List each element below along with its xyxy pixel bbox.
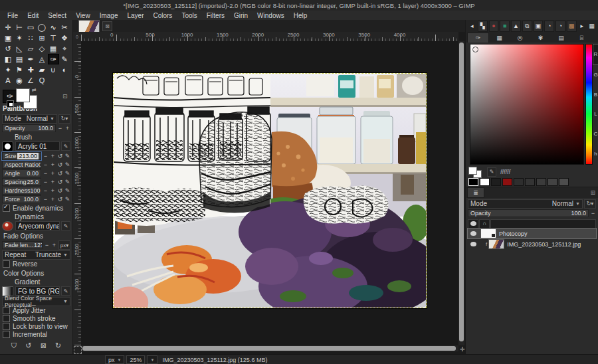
menu-file[interactable]: File	[3, 12, 23, 19]
color-marker[interactable]	[472, 46, 478, 52]
tool-dodge-burn[interactable]: ◐	[59, 64, 70, 75]
tab-gradients[interactable]: ◎	[510, 33, 530, 43]
reset-icon[interactable]: ↺	[57, 179, 63, 185]
tool-fuzzy-select[interactable]: ✶	[14, 33, 25, 43]
edit-gradient-icon[interactable]: ✎	[61, 286, 70, 296]
tool-move[interactable]: ✛	[3, 22, 14, 33]
tool-free-select[interactable]: ∿	[48, 22, 59, 33]
reset-icon[interactable]: ↺	[57, 187, 63, 194]
edit-brush-icon[interactable]: ✎	[61, 141, 70, 151]
tool-rectangle-select[interactable]: ▭	[25, 22, 37, 33]
layer-row[interactable]: Photocopy	[468, 228, 596, 238]
option-slider-4[interactable]: Hardness100.0	[2, 187, 41, 195]
tool-crop[interactable]: ⊞	[37, 33, 48, 43]
increase-button[interactable]: +	[50, 179, 56, 185]
tool-color-picker[interactable]: ◉	[14, 75, 25, 86]
save-preset-icon[interactable]: ⛉	[11, 341, 17, 350]
checkbox[interactable]	[3, 315, 10, 322]
tab-thumbnail[interactable]: ▩	[567, 21, 577, 32]
tool-mypaint-brush[interactable]: ◬	[37, 54, 48, 64]
reset-icon[interactable]: ↺	[57, 153, 63, 159]
tab-brushes[interactable]: ✑	[467, 33, 489, 43]
layer-mode-dropdown[interactable]: Mode Normal ▼	[468, 199, 583, 209]
foreground-color-swatch[interactable]	[16, 88, 30, 102]
menu-girin[interactable]: Girin	[229, 12, 252, 19]
enable-dynamics-checkbox[interactable]	[3, 205, 10, 212]
tab-patterns[interactable]: ▦	[489, 33, 510, 43]
increase-button[interactable]: +	[50, 187, 56, 194]
tool-airbrush[interactable]: ✦	[3, 64, 14, 75]
tab-image-badge[interactable]: ▣	[534, 21, 544, 32]
tool-bucket-fill[interactable]: ◧	[3, 54, 14, 64]
tab-tool-options[interactable]: ▚	[478, 21, 488, 32]
vertical-scrollbar[interactable]	[458, 41, 464, 345]
tab-device-status[interactable]: ●	[489, 21, 499, 32]
chevron-right-icon[interactable]: ▸	[578, 21, 587, 31]
horizontal-ruler[interactable]: 05001000150020002500300035004000	[81, 32, 458, 42]
history-swatch[interactable]	[502, 178, 512, 186]
tab-patterns-mini[interactable]: ■	[500, 21, 510, 32]
reset-icon[interactable]: ↺	[57, 161, 63, 168]
tab-pointer-copy[interactable]: ⧉	[522, 21, 532, 32]
tab-document-history[interactable]: ▤	[551, 33, 571, 43]
canvas-image[interactable]	[113, 73, 427, 308]
tab-badge-1[interactable]: ◔	[544, 21, 554, 32]
option-incremental[interactable]: Incremental	[3, 331, 72, 338]
hex-color-field[interactable]: ffffff	[500, 169, 510, 175]
increase-button[interactable]: +	[50, 196, 56, 203]
channel-g[interactable]: G	[593, 65, 598, 85]
reverse-checkbox[interactable]	[3, 260, 10, 268]
edit-color-icon[interactable]: ✎	[487, 167, 496, 177]
option-apply-jitter[interactable]: Apply Jitter	[3, 307, 72, 314]
channel-l[interactable]: L	[593, 104, 598, 124]
tab-images[interactable]: ⌸	[571, 33, 592, 43]
tab-layers[interactable]: ≣	[467, 187, 484, 198]
decrease-button[interactable]: −	[43, 179, 49, 185]
unit-dropdown[interactable]: px ▼	[105, 355, 124, 364]
tool-shear[interactable]: ▱	[25, 43, 37, 54]
tool-foreground-select[interactable]: ▣	[3, 33, 14, 43]
visibility-eye-icon[interactable]	[470, 242, 476, 246]
opacity-increase-button[interactable]: +	[64, 125, 70, 132]
tool-unified-transform[interactable]: ⊤	[48, 33, 59, 43]
delete-preset-icon[interactable]: ⊠	[41, 341, 47, 350]
channel-r[interactable]: R	[593, 44, 598, 65]
tool-paintbrush[interactable]: ✑	[48, 54, 59, 64]
saturation-value-square[interactable]	[470, 44, 584, 165]
repeat-dropdown[interactable]: Repeat Truncate ▼	[2, 250, 70, 260]
tool-zoom[interactable]: Q	[37, 75, 48, 86]
menu-help[interactable]: Help	[289, 12, 312, 19]
fade-length-slider[interactable]: Fade len… 127	[2, 241, 43, 249]
layer-row[interactable]: fIMG_20230503_125112.jpg	[468, 239, 596, 249]
stylus-link-icon[interactable]: ✎	[64, 179, 70, 185]
dock-menu-icon[interactable]: ▦	[587, 21, 596, 31]
decrease-button[interactable]: −	[43, 187, 49, 194]
history-swatch[interactable]	[491, 178, 501, 186]
tool-select-by-color[interactable]: ∷	[25, 33, 37, 43]
tool-rotate[interactable]: ↺	[3, 43, 14, 54]
tool-options-menu-icon[interactable]: ⊡	[62, 93, 68, 100]
fade-unit-dropdown[interactable]: px▾	[58, 240, 70, 250]
brush-name-field[interactable]: Acrylic 01	[15, 141, 60, 151]
increase-button[interactable]: +	[50, 153, 56, 159]
dynamics-preview[interactable]	[2, 221, 13, 231]
tool-handle-transform[interactable]: ❖	[59, 33, 70, 43]
stylus-link-icon[interactable]: ✎	[64, 170, 70, 177]
mode-dropdown[interactable]: Mode Normal ▼	[2, 114, 57, 124]
blend-space-dropdown[interactable]: Blend Color Space Perceptual─ ▼	[2, 297, 70, 306]
menu-view[interactable]: View	[71, 12, 95, 19]
menu-image[interactable]: Image	[95, 12, 123, 19]
image-tab-thumbnail[interactable]	[78, 20, 100, 33]
mode-history-button[interactable]: ↻▾	[58, 114, 70, 124]
tab-pointer[interactable]: ▲	[511, 21, 521, 32]
default-colors-icon[interactable]	[7, 100, 14, 108]
opacity-slider[interactable]: Opacity 100.0	[2, 124, 56, 132]
visibility-eye-icon[interactable]	[470, 231, 476, 236]
history-swatch[interactable]	[548, 178, 557, 186]
quick-mask-toggle[interactable]	[74, 346, 82, 354]
tool-smudge[interactable]: ∪	[48, 64, 59, 75]
tool-ink[interactable]: ✒	[25, 54, 37, 64]
checkbox[interactable]	[3, 331, 10, 338]
layer-opacity-decrease-button[interactable]: −	[590, 210, 596, 217]
zoom-dropdown[interactable]: ▼	[147, 355, 157, 364]
